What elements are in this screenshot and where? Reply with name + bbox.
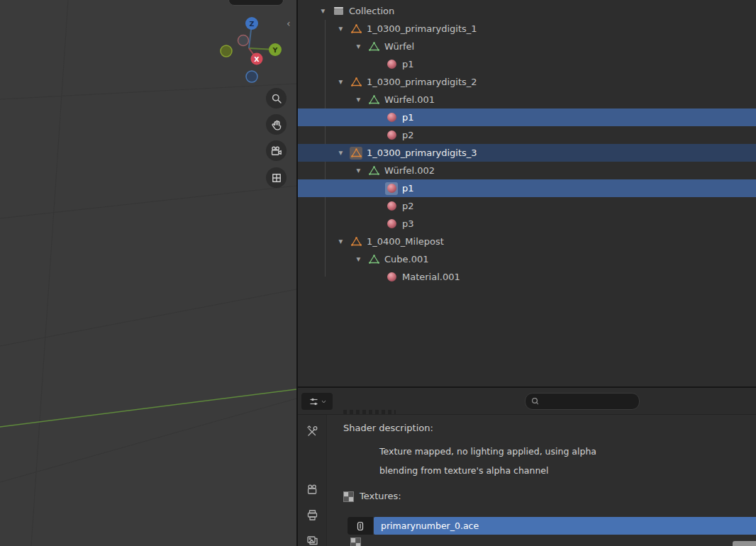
outliner-row-mesh[interactable]: ▼ Würfel <box>298 38 756 55</box>
outliner-item-label: Material.001 <box>402 272 460 282</box>
axis-x-label: X <box>254 55 260 63</box>
chevron-down-icon[interactable]: ▼ <box>335 26 346 32</box>
mesh-data-icon <box>367 94 380 106</box>
y-axis-line <box>0 389 296 427</box>
outliner-row-object[interactable]: ▼ 1_0300_primarydigits_2 <box>298 73 756 91</box>
viewport-overlay-partial <box>228 0 284 6</box>
chevron-down-icon[interactable]: ▼ <box>335 238 346 245</box>
editor-type-button[interactable] <box>301 393 333 410</box>
tab-render[interactable] <box>304 481 321 498</box>
axis-neg-x-ball[interactable] <box>238 35 249 46</box>
shader-description-line2: blending from texture's alpha channel <box>379 465 548 476</box>
object-icon <box>350 147 362 160</box>
outliner-row-material[interactable]: Material.001 <box>298 268 756 286</box>
chevron-down-icon[interactable]: ▼ <box>353 43 364 50</box>
outliner-item-label: p1 <box>402 59 414 69</box>
outliner-item-label: Collection <box>349 6 394 16</box>
outliner-row-mesh[interactable]: ▼ Würfel.002 <box>298 162 756 179</box>
magnifier-icon <box>271 93 282 104</box>
shader-description-line1: Texture mapped, no lighting applied, usi… <box>379 446 596 457</box>
tab-output[interactable] <box>304 506 321 523</box>
axis-neg-z-ball[interactable] <box>246 71 257 82</box>
material-icon <box>385 58 398 71</box>
value-slider-partial[interactable] <box>733 541 756 546</box>
outliner-row-material[interactable]: p3 <box>298 215 756 233</box>
axis-z-label: Z <box>250 20 255 28</box>
search-input[interactable] <box>543 396 633 407</box>
outliner-row-material[interactable]: p1 <box>298 55 756 73</box>
outliner-item-label: 1_0300_primarydigits_1 <box>367 23 477 34</box>
chevron-down-icon[interactable]: ▼ <box>353 167 364 174</box>
grid-icon <box>271 172 282 184</box>
texture-checker-icon <box>343 491 354 502</box>
axis-neg-y-ball[interactable] <box>221 45 232 57</box>
outliner-row-collection[interactable]: ▼ Collection <box>298 2 756 20</box>
navigation-gizmo[interactable]: Z Y X <box>215 13 289 87</box>
camera-icon <box>270 145 282 157</box>
outliner-panel: ▼ Collection ▼ 1_0300_primarydigits_1 ▼ … <box>298 0 756 386</box>
blender-window: Z Y X <box>0 0 756 546</box>
outliner-row-material[interactable]: p2 <box>298 197 756 215</box>
pan-tool-button[interactable] <box>266 114 287 135</box>
axis-y-label: Y <box>272 46 278 54</box>
sidebar-collapse-icon[interactable]: ‹ <box>287 18 291 28</box>
material-icon <box>385 200 398 213</box>
properties-tabs <box>298 415 327 546</box>
properties-panel: Shader description: Texture mapped, no l… <box>298 388 756 546</box>
texture-name-field[interactable]: primarynumber_0.ace <box>374 517 756 535</box>
chevron-down-icon[interactable]: ▼ <box>353 96 364 103</box>
outliner-item-label: p1 <box>402 112 414 123</box>
outliner-row-mesh[interactable]: ▼ Würfel.001 <box>298 91 756 108</box>
outliner-row-object[interactable]: ▼ 1_0400_Milepost <box>298 233 756 250</box>
outliner-row-mesh[interactable]: ▼ Cube.001 <box>298 250 756 268</box>
outliner-item-label: p3 <box>402 218 414 229</box>
clipped-row-partial <box>343 410 396 414</box>
outliner-item-label: Würfel.001 <box>384 94 435 105</box>
search-icon <box>531 397 538 406</box>
material-icon <box>385 182 398 195</box>
material-icon <box>385 111 398 124</box>
material-icon <box>385 218 398 230</box>
tab-tool[interactable] <box>304 423 321 440</box>
mesh-data-icon <box>367 253 380 266</box>
chevron-down-icon[interactable]: ▼ <box>335 150 346 156</box>
outliner-row-object-active[interactable]: ▼ 1_0300_primarydigits_3 <box>298 144 756 162</box>
outliner-item-label: Würfel.002 <box>384 165 435 176</box>
tab-view-layer[interactable] <box>304 531 321 546</box>
chevron-down-icon <box>321 400 326 403</box>
outliner-item-label: p1 <box>402 183 414 194</box>
properties-editor-icon <box>308 396 319 407</box>
outliner-item-label: p2 <box>402 130 414 140</box>
material-icon <box>385 271 398 284</box>
texture-slot-icon-box[interactable] <box>348 517 373 535</box>
chevron-down-icon[interactable]: ▼ <box>318 8 328 14</box>
textures-label: Textures: <box>360 491 401 501</box>
mesh-data-icon <box>367 40 380 53</box>
outliner-row-material-selected[interactable]: p1 <box>298 108 756 126</box>
outliner-row-object[interactable]: ▼ 1_0300_primarydigits_1 <box>298 20 756 38</box>
outliner-item-label: 1_0300_primarydigits_3 <box>367 147 477 158</box>
object-icon <box>350 235 362 248</box>
outliner-item-label: p2 <box>402 201 414 211</box>
outliner-row-material[interactable]: p2 <box>298 126 756 144</box>
object-icon <box>350 23 362 35</box>
texture-datablock-icon <box>355 521 365 531</box>
outliner-item-label: 1_0400_Milepost <box>367 236 444 247</box>
zoom-tool-button[interactable] <box>266 88 287 108</box>
ortho-toggle-button[interactable] <box>266 167 287 188</box>
outliner-item-label: Würfel <box>384 41 414 52</box>
camera-view-button[interactable] <box>266 140 287 161</box>
outliner-item-label: Cube.001 <box>384 254 429 264</box>
outliner-item-label: 1_0300_primarydigits_2 <box>367 77 477 87</box>
texture-checker-icon <box>350 537 361 546</box>
properties-search[interactable] <box>525 393 640 410</box>
object-icon <box>350 76 362 89</box>
chevron-down-icon[interactable]: ▼ <box>353 256 364 262</box>
3d-viewport[interactable]: Z Y X <box>0 0 296 546</box>
images-icon <box>306 534 318 546</box>
tool-icon <box>306 425 318 438</box>
outliner-row-material-active[interactable]: p1 <box>298 179 756 197</box>
printer-icon <box>306 509 318 521</box>
chevron-down-icon[interactable]: ▼ <box>335 79 346 85</box>
mesh-data-icon <box>367 165 380 177</box>
